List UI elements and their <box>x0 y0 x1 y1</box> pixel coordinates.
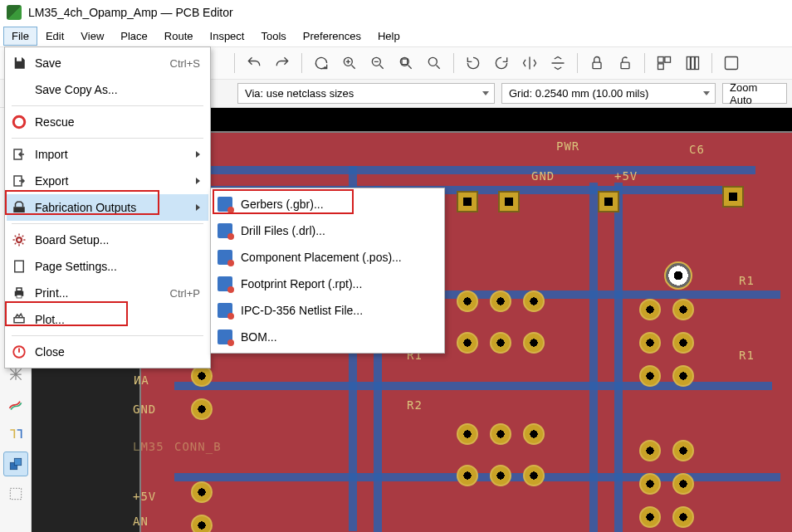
unlock-button[interactable] <box>613 51 638 76</box>
svg-point-18 <box>17 120 22 124</box>
svg-rect-5 <box>593 62 601 69</box>
rescue-icon <box>10 113 28 131</box>
silk-5v2: +5V <box>133 490 156 503</box>
silk-c6: C6 <box>689 143 705 156</box>
ruler-horizontal <box>139 108 792 131</box>
svg-rect-23 <box>15 261 24 272</box>
menu-item-import[interactable]: Import <box>7 141 208 168</box>
zoom-dropdown-label: Zoom Auto <box>730 81 781 106</box>
svg-point-4 <box>428 57 437 66</box>
ratsnest-button[interactable] <box>3 392 28 417</box>
svg-point-22 <box>17 237 22 242</box>
silk-5v: +5V <box>614 169 638 183</box>
menu-help[interactable]: Help <box>369 27 408 46</box>
svg-rect-15 <box>14 458 21 465</box>
menu-place[interactable]: Place <box>112 27 156 46</box>
high-contrast-button[interactable] <box>3 422 28 447</box>
menu-item-save-copy[interactable]: Save Copy As... <box>7 76 208 103</box>
page-icon <box>10 257 28 276</box>
silk-r1c: R1 <box>739 349 755 362</box>
via-dropdown-label: Via: use netclass sizes <box>245 87 354 100</box>
window-title: LM35_4ch_Opamp_Amp — PCB Editor <box>28 6 233 19</box>
zoom-dropdown[interactable]: Zoom Auto <box>722 83 787 104</box>
plot-icon <box>10 310 28 329</box>
menu-view[interactable]: View <box>72 27 112 46</box>
svg-rect-25 <box>17 288 22 291</box>
save-icon <box>10 54 28 72</box>
chevron-right-icon <box>196 204 200 211</box>
mirror-v-button[interactable] <box>545 51 570 76</box>
export-icon <box>10 172 28 190</box>
footprint-browser-button[interactable] <box>680 51 705 76</box>
menu-edit[interactable]: Edit <box>37 27 72 46</box>
grid-dropdown[interactable]: Grid: 0.2540 mm (10.00 mils) <box>501 83 716 104</box>
silk-r2: R2 <box>407 398 423 412</box>
drc-button[interactable] <box>719 51 744 76</box>
menu-bar: File Edit View Place Route Inspect Tools… <box>0 25 792 46</box>
menu-item-close[interactable]: Close <box>7 339 208 365</box>
svg-rect-6 <box>621 62 629 69</box>
silk-pwr: PWR <box>556 139 579 153</box>
submenu-gerbers[interactable]: Gerbers (.gbr)... <box>213 191 442 217</box>
svg-rect-13 <box>726 57 738 70</box>
menu-item-board-setup[interactable]: Board Setup... <box>7 227 208 253</box>
svg-rect-8 <box>665 57 671 63</box>
chevron-down-icon <box>703 91 710 95</box>
menu-item-save[interactable]: Save Ctrl+S <box>7 50 208 76</box>
layer-display-button[interactable] <box>3 451 28 476</box>
zoom-in-button[interactable] <box>337 51 362 76</box>
menu-tools[interactable]: Tools <box>252 27 294 46</box>
lock-button[interactable] <box>584 51 609 76</box>
svg-rect-27 <box>14 318 24 323</box>
silk-gnd2: GND <box>133 403 156 416</box>
menu-inspect[interactable]: Inspect <box>202 27 253 46</box>
refresh-button[interactable] <box>309 51 334 76</box>
menu-item-rescue[interactable]: Rescue <box>7 109 208 135</box>
redo-button[interactable] <box>270 51 295 76</box>
menu-item-plot[interactable]: Plot... <box>7 306 208 333</box>
submenu-footprint-report[interactable]: Footprint Report (.rpt)... <box>213 271 442 297</box>
zoom-selection-button[interactable] <box>422 51 447 76</box>
title-bar: LM35_4ch_Opamp_Amp — PCB Editor <box>0 0 792 25</box>
print-icon <box>10 284 28 302</box>
menu-route[interactable]: Route <box>156 27 202 46</box>
svg-rect-11 <box>691 57 694 70</box>
svg-rect-10 <box>687 57 690 70</box>
zoom-out-button[interactable] <box>365 51 390 76</box>
fabrication-icon <box>10 198 28 217</box>
submenu-bom[interactable]: BOM... <box>213 324 442 350</box>
gerber-icon <box>216 195 234 213</box>
menu-file[interactable]: File <box>3 27 37 46</box>
menu-item-print[interactable]: Print... Ctrl+P <box>7 280 208 306</box>
menu-item-page-settings[interactable]: Page Settings... <box>7 253 208 280</box>
bom-icon <box>216 328 234 346</box>
silk-gnd: GND <box>531 169 555 183</box>
menu-preferences[interactable]: Preferences <box>295 27 369 46</box>
footprint-editor-button[interactable] <box>652 51 677 76</box>
svg-rect-16 <box>10 488 21 499</box>
svg-rect-3 <box>402 59 408 65</box>
submenu-placement[interactable]: Component Placement (.pos)... <box>213 244 442 271</box>
svg-rect-26 <box>17 295 22 298</box>
submenu-drill[interactable]: Drill Files (.drl)... <box>213 217 442 244</box>
rotate-cw-button[interactable] <box>489 51 514 76</box>
mirror-h-button[interactable] <box>517 51 542 76</box>
undo-button[interactable] <box>242 51 266 76</box>
via-dropdown[interactable]: Via: use netclass sizes <box>237 83 495 104</box>
silk-r1: R1 <box>739 274 755 287</box>
import-icon <box>10 145 28 164</box>
submenu-ipc-netlist[interactable]: IPC-D-356 Netlist File... <box>213 297 442 324</box>
menu-item-export[interactable]: Export <box>7 168 208 194</box>
svg-rect-9 <box>658 64 664 70</box>
grid-dropdown-label: Grid: 0.2540 mm (10.00 mils) <box>509 87 648 100</box>
menu-item-fabrication-outputs[interactable]: Fabrication Outputs <box>7 194 208 221</box>
app-icon <box>7 5 22 20</box>
rotate-ccw-button[interactable] <box>461 51 486 76</box>
silk-an: AN <box>133 373 149 387</box>
zoom-fit-button[interactable] <box>394 51 418 76</box>
zone-display-button[interactable] <box>3 481 28 506</box>
drill-icon <box>216 222 234 240</box>
fabrication-submenu-panel: Gerbers (.gbr)... Drill Files (.drl)... … <box>210 188 445 354</box>
rpt-icon <box>216 275 234 293</box>
svg-rect-7 <box>658 57 664 63</box>
